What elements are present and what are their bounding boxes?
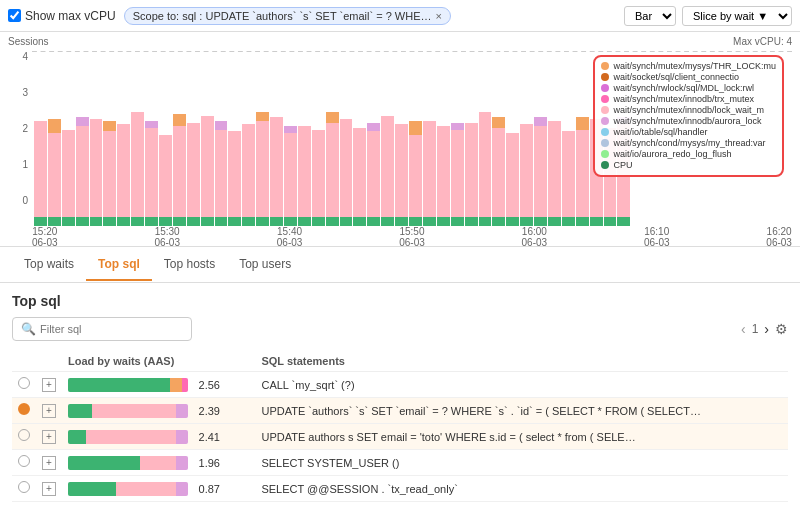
- row-sql-cell[interactable]: UPDATE `authors` `s` SET `email` = ? WHE…: [255, 398, 788, 424]
- bar-value: 2.41: [192, 431, 220, 443]
- tab-top-sql[interactable]: Top sql: [86, 249, 152, 281]
- row-sql-cell[interactable]: CALL `my_sqrt` (?): [255, 372, 788, 398]
- tab-top-waits[interactable]: Top waits: [12, 249, 86, 281]
- filter-input-wrap[interactable]: 🔍: [12, 317, 192, 341]
- sessions-label: Sessions: [8, 36, 49, 47]
- legend-item-1: wait/synch/mutex/mysys/THR_LOCK:mu: [601, 61, 776, 71]
- tabs-bar: Top waits Top sql Top hosts Top users: [0, 247, 800, 283]
- x-tick-7: 16:20 06-03: [766, 226, 792, 248]
- legend-item-7: wait/io/table/sql/handler: [601, 127, 776, 137]
- pagination: ‹ 1 › ⚙: [741, 321, 788, 337]
- x-tick-4: 15:50 06-03: [399, 226, 425, 248]
- radio-button[interactable]: [18, 455, 30, 467]
- row-bar-cell: 1.96: [62, 450, 255, 476]
- scope-close-icon[interactable]: ×: [436, 10, 442, 22]
- row-bar-cell: 2.39: [62, 398, 255, 424]
- table-row: +1.96SELECT SYSTEM_USER (): [12, 450, 788, 476]
- row-radio-cell[interactable]: [12, 450, 36, 476]
- expand-button[interactable]: +: [42, 378, 56, 392]
- show-max-vcpu-checkbox[interactable]: [8, 9, 21, 22]
- scope-pill[interactable]: Scope to: sql : UPDATE `authors` `s` SET…: [124, 7, 451, 25]
- bar-columns: [32, 51, 632, 226]
- chart-type-select[interactable]: Bar: [624, 6, 676, 26]
- x-tick-5: 16:00 06-03: [522, 226, 548, 248]
- legend-item-8: wait/synch/cond/mysys/my_thread:var: [601, 138, 776, 148]
- show-max-vcpu-label[interactable]: Show max vCPU: [8, 9, 116, 23]
- legend-item-3: wait/synch/rwlock/sql/MDL_lock:rwl: [601, 83, 776, 93]
- table-row: +2.39UPDATE `authors` `s` SET `email` = …: [12, 398, 788, 424]
- x-axis: 15:20 06-03 15:30 06-03 15:40 06-03 15:5…: [0, 226, 800, 248]
- expand-button[interactable]: +: [42, 456, 56, 470]
- x-tick-2: 15:30 06-03: [154, 226, 180, 248]
- tab-top-hosts[interactable]: Top hosts: [152, 249, 227, 281]
- toolbar: Show max vCPU Scope to: sql : UPDATE `au…: [0, 0, 800, 32]
- row-radio-cell[interactable]: [12, 372, 36, 398]
- y-axis: 4 3 2 1 0: [8, 51, 32, 226]
- col-sql-header: SQL statements: [255, 351, 788, 372]
- expand-button[interactable]: +: [42, 404, 56, 418]
- prev-page-button[interactable]: ‹: [741, 321, 746, 337]
- legend-item-4: wait/synch/mutex/innodb/trx_mutex: [601, 94, 776, 104]
- legend-item-6: wait/synch/mutex/innodb/aurora_lock: [601, 116, 776, 126]
- filter-sql-input[interactable]: [40, 323, 178, 335]
- radio-button[interactable]: [18, 481, 30, 493]
- row-radio-cell[interactable]: [12, 424, 36, 450]
- legend-item-5: wait/synch/mutex/innodb/lock_wait_m: [601, 105, 776, 115]
- row-bar-cell: 2.56: [62, 372, 255, 398]
- content-area: Top sql 🔍 ‹ 1 › ⚙ Load by waits (AAS) SQ…: [0, 283, 800, 509]
- sql-statement-text: SELECT @@SESSION . `tx_read_only`: [261, 483, 457, 495]
- chart-canvas-wrap: 4 3 2 1 0: [0, 51, 800, 226]
- tab-top-users[interactable]: Top users: [227, 249, 303, 281]
- max-vcpu-label: Max vCPU: 4: [733, 36, 792, 47]
- row-sql-cell[interactable]: SELECT SYSTEM_USER (): [255, 450, 788, 476]
- chart-body[interactable]: wait/synch/mutex/mysys/THR_LOCK:mu wait/…: [32, 51, 792, 226]
- radio-button[interactable]: [18, 429, 30, 441]
- col-load-header: Load by waits (AAS): [62, 351, 255, 372]
- bar-value: 0.87: [192, 483, 220, 495]
- radio-button[interactable]: [18, 403, 30, 415]
- bar-value: 2.39: [192, 405, 220, 417]
- chart-labels: Sessions Max vCPU: 4: [0, 32, 800, 51]
- table-row: +2.41UPDATE authors s SET email = 'toto'…: [12, 424, 788, 450]
- section-title: Top sql: [12, 293, 788, 309]
- row-radio-cell[interactable]: [12, 398, 36, 424]
- expand-button[interactable]: +: [42, 430, 56, 444]
- table-body: +2.56CALL `my_sqrt` (?)+2.39UPDATE `auth…: [12, 372, 788, 502]
- row-expand-cell[interactable]: +: [36, 424, 62, 450]
- legend-item-9: wait/io/aurora_redo_log_flush: [601, 149, 776, 159]
- sql-statement-text: CALL `my_sqrt` (?): [261, 379, 354, 391]
- x-tick-6: 16:10 06-03: [644, 226, 670, 248]
- chart-area: Sessions Max vCPU: 4 4 3 2 1 0: [0, 32, 800, 247]
- settings-icon[interactable]: ⚙: [775, 321, 788, 337]
- sql-statement-text: UPDATE `authors` `s` SET `email` = ? WHE…: [261, 405, 700, 417]
- x-tick-1: 15:20 06-03: [32, 226, 58, 248]
- row-bar-cell: 0.87: [62, 476, 255, 502]
- legend-item-cpu: CPU: [601, 160, 776, 170]
- filter-row: 🔍 ‹ 1 › ⚙: [12, 317, 788, 341]
- row-sql-cell[interactable]: UPDATE authors s SET email = 'toto' WHER…: [255, 424, 788, 450]
- bar-value: 2.56: [192, 379, 220, 391]
- row-radio-cell[interactable]: [12, 476, 36, 502]
- expand-button[interactable]: +: [42, 482, 56, 496]
- scope-text: Scope to: sql : UPDATE `authors` `s` SET…: [133, 10, 432, 22]
- slice-by-select[interactable]: Slice by wait ▼: [682, 6, 792, 26]
- row-expand-cell[interactable]: +: [36, 372, 62, 398]
- row-expand-cell[interactable]: +: [36, 450, 62, 476]
- next-page-button[interactable]: ›: [764, 321, 769, 337]
- radio-button[interactable]: [18, 377, 30, 389]
- sql-table: Load by waits (AAS) SQL statements +2.56…: [12, 351, 788, 502]
- row-expand-cell[interactable]: +: [36, 398, 62, 424]
- table-header-row: Load by waits (AAS) SQL statements: [12, 351, 788, 372]
- table-row: +2.56CALL `my_sqrt` (?): [12, 372, 788, 398]
- chart-legend: wait/synch/mutex/mysys/THR_LOCK:mu wait/…: [593, 55, 784, 177]
- bar-value: 1.96: [192, 457, 220, 469]
- current-page: 1: [752, 322, 759, 336]
- table-row: +0.87SELECT @@SESSION . `tx_read_only`: [12, 476, 788, 502]
- row-expand-cell[interactable]: +: [36, 476, 62, 502]
- toolbar-right: Bar Slice by wait ▼: [624, 6, 792, 26]
- legend-item-2: wait/socket/sql/client_connectio: [601, 72, 776, 82]
- row-sql-cell[interactable]: SELECT @@SESSION . `tx_read_only`: [255, 476, 788, 502]
- search-icon: 🔍: [21, 322, 36, 336]
- show-max-vcpu-text: Show max vCPU: [25, 9, 116, 23]
- sql-statement-text: UPDATE authors s SET email = 'toto' WHER…: [261, 431, 635, 443]
